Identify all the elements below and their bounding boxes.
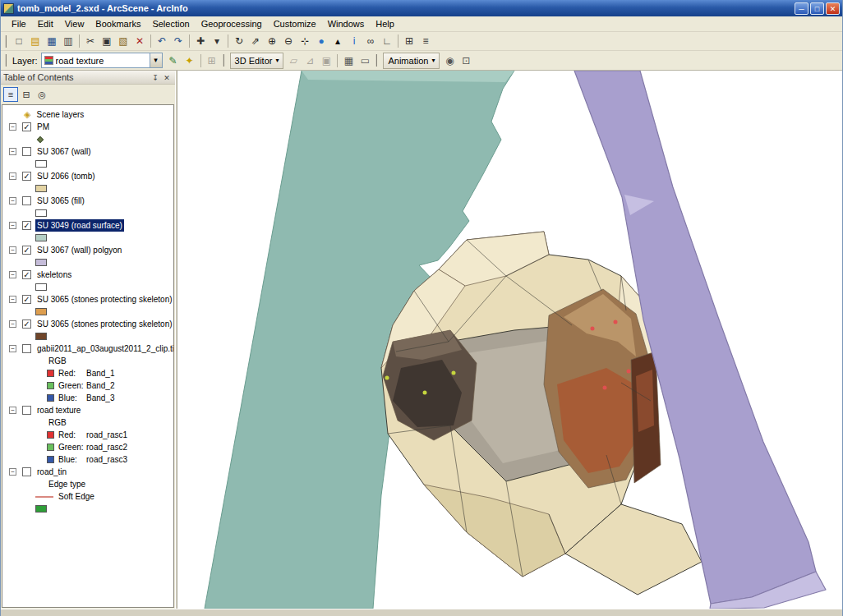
open-folder-icon[interactable]: ▤ (28, 34, 43, 48)
close-icon[interactable]: ✕ (161, 72, 173, 83)
menu-edit[interactable]: Edit (32, 17, 59, 30)
new-viewer-window-icon[interactable]: ⊞ (402, 34, 417, 48)
layer-name[interactable]: road_tin (35, 466, 68, 478)
layer-name[interactable]: SU 3065 (fill) (35, 195, 86, 207)
pm-point[interactable] (591, 327, 595, 331)
pm-point[interactable] (423, 391, 427, 395)
edge-line-symbol[interactable] (35, 496, 53, 498)
animation-controls-icon[interactable]: ⊡ (458, 53, 473, 68)
toolbar-grip[interactable] (375, 54, 379, 67)
add-data-icon[interactable]: ✚ (193, 34, 208, 48)
layer-symbol-swatch[interactable] (35, 160, 47, 168)
full-extent-icon[interactable]: ● (314, 34, 329, 48)
identify-icon[interactable]: i (347, 34, 362, 48)
save-icon[interactable]: ▦ (44, 34, 59, 48)
copy-icon[interactable]: ▣ (99, 34, 114, 48)
animation-camera-icon[interactable]: ◉ (442, 53, 457, 68)
toolbar-grip[interactable] (5, 54, 8, 67)
layer-checkbox[interactable]: ✓ (22, 270, 31, 279)
layer-symbol-swatch[interactable] (35, 308, 47, 315)
layer-name[interactable]: road texture (35, 404, 82, 416)
layer-checkbox[interactable] (22, 196, 31, 205)
toolbar-grip[interactable] (5, 35, 8, 48)
pm-point[interactable] (627, 370, 631, 374)
list-by-source-icon[interactable]: ⊟ (19, 87, 34, 102)
menu-bookmarks[interactable]: Bookmarks (90, 17, 146, 30)
layer-symbol-swatch[interactable] (35, 333, 47, 340)
scene-layers-root[interactable]: Scene layers (35, 108, 85, 121)
attribute-table-icon[interactable]: ▦ (341, 53, 356, 68)
pm-point[interactable] (452, 371, 456, 375)
clear-selection-icon[interactable]: ▭ (357, 53, 372, 68)
pm-point[interactable] (385, 376, 389, 380)
scene-3d-view[interactable] (177, 71, 842, 609)
layer-name[interactable]: gabii2011_ap_03august2011_2_clip.tif (35, 342, 173, 355)
layer-symbol-swatch[interactable] (35, 234, 47, 241)
layer-name[interactable]: SU 3065 (stones protecting skeleton) (35, 318, 173, 330)
layer-name[interactable]: PM (35, 121, 51, 133)
fly-icon[interactable]: ⇗ (248, 34, 263, 48)
layer-symbol-swatch[interactable] (35, 259, 47, 266)
list-by-visibility-icon[interactable]: ◎ (35, 87, 49, 102)
collapse-toggle[interactable]: − (9, 320, 16, 328)
navigate-icon[interactable]: ↻ (232, 34, 246, 48)
delete-icon[interactable]: ✕ (132, 34, 147, 48)
menu-selection[interactable]: Selection (146, 17, 195, 30)
collapse-toggle[interactable]: − (9, 271, 16, 278)
pm-point[interactable] (603, 386, 607, 390)
redo-icon[interactable]: ↷ (171, 34, 186, 48)
layer-symbol-swatch[interactable] (35, 209, 47, 217)
layer-checkbox[interactable] (22, 344, 31, 353)
collapse-toggle[interactable]: − (9, 222, 16, 229)
undo-icon[interactable]: ↶ (154, 34, 169, 48)
print-icon[interactable]: ▥ (61, 34, 76, 48)
collapse-toggle[interactable]: − (9, 345, 16, 352)
menu-help[interactable]: Help (370, 17, 400, 30)
contents-window-icon[interactable]: ≡ (418, 34, 433, 48)
layer-symbol-point[interactable] (37, 136, 44, 142)
layer-name[interactable]: SU 3067 (wall) polgyon (35, 244, 123, 256)
layer-symbol-swatch[interactable] (35, 185, 47, 192)
menu-view[interactable]: View (59, 17, 90, 30)
find-icon[interactable]: ∞ (363, 34, 378, 48)
layer-name[interactable]: SU 3065 (stones protecting skeleton) (35, 293, 173, 306)
zoom-out-icon[interactable]: ⊖ (281, 34, 296, 48)
layer-checkbox[interactable]: ✓ (22, 122, 31, 131)
layer-checkbox[interactable]: ✓ (22, 295, 31, 304)
layer-checkbox[interactable] (22, 406, 31, 415)
minimize-button[interactable]: ─ (795, 2, 808, 15)
pan-icon[interactable]: ⊹ (297, 34, 312, 48)
pm-point[interactable] (614, 320, 618, 324)
add-data-menu-icon[interactable]: ▾ (210, 34, 224, 48)
select-tool-icon[interactable]: ▴ (330, 34, 345, 48)
layer-symbol-swatch[interactable] (35, 505, 47, 513)
layer-name[interactable]: SU 3067 (wall) (35, 145, 93, 158)
edit-sketch-icon[interactable]: ✎ (166, 53, 181, 68)
layer-name[interactable]: skeletons (35, 269, 73, 281)
maximize-button[interactable]: □ (810, 2, 824, 15)
collapse-toggle[interactable]: − (9, 468, 16, 476)
zoom-in-icon[interactable]: ⊕ (265, 34, 279, 48)
measure-icon[interactable]: ∟ (380, 34, 394, 48)
collapse-toggle[interactable]: − (9, 172, 16, 180)
layer-name[interactable]: SU 3049 (road surface) (35, 219, 124, 232)
collapse-toggle[interactable]: − (9, 148, 16, 155)
menu-customize[interactable]: Customize (268, 17, 322, 30)
toolbar-grip[interactable] (223, 54, 226, 67)
layer-checkbox[interactable]: ✓ (22, 172, 31, 181)
pin-icon[interactable]: ↧ (150, 72, 161, 83)
layer-symbol-swatch[interactable] (35, 283, 47, 291)
3d-editor-dropdown[interactable]: 3D Editor▾ (230, 53, 284, 69)
menu-geoprocessing[interactable]: Geoprocessing (196, 17, 268, 30)
layer-name[interactable]: SU 2066 (tomb) (35, 170, 97, 182)
layer-checkbox[interactable]: ✓ (22, 319, 31, 329)
layer-checkbox[interactable] (22, 467, 31, 476)
layer-checkbox[interactable] (22, 147, 31, 156)
animation-dropdown[interactable]: Animation▾ (383, 53, 440, 69)
scene-viewport[interactable] (177, 71, 842, 609)
collapse-toggle[interactable]: − (9, 197, 16, 205)
new-document-icon[interactable]: □ (12, 34, 26, 48)
layer-checkbox[interactable]: ✓ (22, 246, 31, 255)
list-by-drawing-order-icon[interactable]: ≡ (3, 87, 18, 102)
layer-combobox[interactable]: road texture▾ (41, 53, 163, 68)
